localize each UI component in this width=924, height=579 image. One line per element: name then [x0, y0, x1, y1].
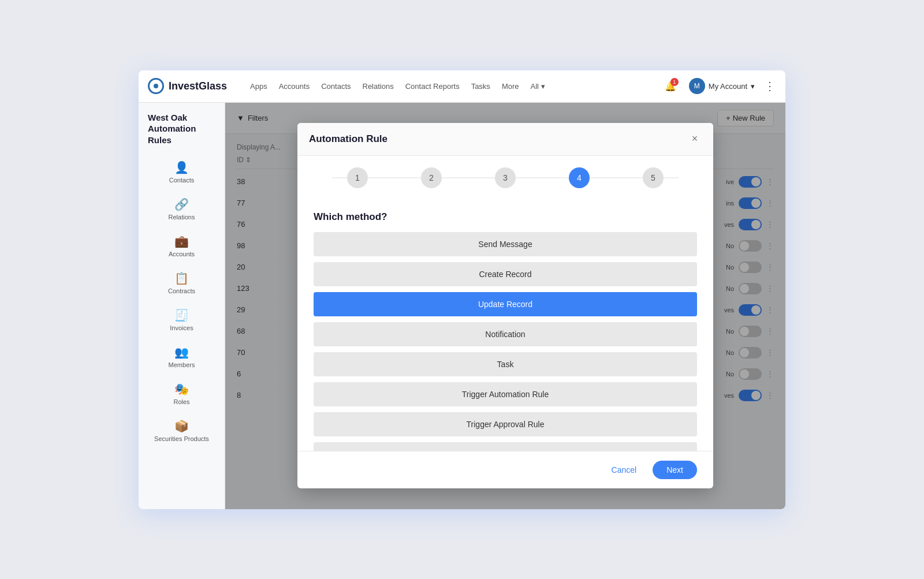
step-5[interactable]: 5 — [616, 167, 690, 188]
method-btn-notification[interactable]: Notification — [314, 322, 697, 346]
securities products-icon: 📦 — [174, 419, 189, 433]
sidebar-item-contacts[interactable]: 👤 Contacts — [139, 155, 225, 189]
nav-item-apps[interactable]: Apps — [250, 82, 267, 91]
sidebar-item-members[interactable]: 👥 Members — [139, 339, 225, 374]
logo-icon — [148, 78, 164, 94]
relations-label: Relations — [169, 214, 195, 221]
contacts-label: Contacts — [169, 177, 194, 184]
modal-overlay: Automation Rule × 1 2 3 4 5 Which method… — [225, 103, 785, 509]
step-circle-1: 1 — [347, 167, 368, 188]
accounts-icon: 💼 — [174, 234, 189, 248]
relations-icon: 🔗 — [174, 197, 189, 211]
members-label: Members — [169, 361, 195, 368]
chevron-down-icon: ▾ — [751, 82, 755, 91]
invoices-icon: 🧾 — [174, 308, 189, 322]
nav-right: 🔔 1 M My Account ▾ ⋮ — [661, 77, 776, 95]
account-label: My Account — [709, 82, 747, 91]
next-button[interactable]: Next — [653, 461, 697, 479]
cancel-button[interactable]: Cancel — [602, 461, 646, 479]
top-nav: InvestGlass AppsAccountsContactsRelation… — [139, 70, 785, 103]
step-circle-3: 3 — [495, 167, 516, 188]
members-icon: 👥 — [174, 345, 189, 359]
page-area: ▼ Filters + New Rule Displaying A... ID … — [225, 103, 785, 509]
method-btn-trigger-automation-rule[interactable]: Trigger Automation Rule — [314, 382, 697, 406]
sidebar-item-securities-products[interactable]: 📦 Securities Products — [139, 413, 225, 448]
method-btn-trigger-approval-rule[interactable]: Trigger Approval Rule — [314, 412, 697, 436]
sidebar-item-contracts[interactable]: 📋 Contracts — [139, 266, 225, 300]
sidebar-item-roles[interactable]: 🎭 Roles — [139, 376, 225, 411]
step-3[interactable]: 3 — [468, 167, 542, 188]
step-circle-4: 4 — [569, 167, 590, 188]
sidebar: West Oak Automation Rules 👤 Contacts 🔗 R… — [139, 103, 225, 509]
notification-badge: 1 — [670, 78, 679, 86]
contracts-icon: 📋 — [174, 271, 189, 285]
sidebar-item-relations[interactable]: 🔗 Relations — [139, 192, 225, 226]
step-1[interactable]: 1 — [321, 167, 394, 188]
nav-item-more[interactable]: More — [502, 82, 519, 91]
roles-icon: 🎭 — [174, 382, 189, 396]
nav-item-accounts[interactable]: Accounts — [279, 82, 310, 91]
step-4[interactable]: 4 — [542, 167, 616, 188]
logo-area: InvestGlass — [148, 78, 227, 94]
method-btn-task[interactable]: Task — [314, 352, 697, 376]
modal-footer: Cancel Next — [297, 451, 713, 488]
more-options-button[interactable]: ⋮ — [764, 79, 776, 93]
roles-label: Roles — [173, 398, 189, 405]
method-btn-update-record[interactable]: Update Record — [314, 292, 697, 316]
modal-header: Automation Rule × — [297, 123, 713, 156]
invoices-label: Invoices — [170, 324, 193, 331]
step-circle-5: 5 — [643, 167, 664, 188]
method-btn-create-folder[interactable]: Create Folder — [314, 442, 697, 451]
account-button[interactable]: M My Account ▾ — [689, 78, 755, 94]
modal-question: Which method? — [314, 211, 697, 223]
logo-text: InvestGlass — [169, 80, 227, 92]
avatar: M — [689, 78, 705, 94]
sidebar-item-accounts[interactable]: 💼 Accounts — [139, 229, 225, 263]
notification-button[interactable]: 🔔 1 — [661, 77, 680, 95]
contacts-icon: 👤 — [174, 160, 189, 174]
sidebar-title: West Oak Automation Rules — [148, 112, 215, 146]
contracts-label: Contracts — [168, 287, 195, 294]
modal-body: Which method? Send MessageCreate RecordU… — [297, 200, 713, 451]
stepper: 1 2 3 4 5 — [297, 156, 713, 200]
modal-title: Automation Rule — [309, 133, 388, 145]
sidebar-items: 👤 Contacts 🔗 Relations 💼 Accounts 📋 Cont… — [139, 155, 225, 448]
nav-item-contacts[interactable]: Contacts — [321, 82, 351, 91]
nav-item-tasks[interactable]: Tasks — [471, 82, 490, 91]
step-2[interactable]: 2 — [394, 167, 468, 188]
sidebar-header: West Oak Automation Rules — [139, 112, 225, 155]
accounts-label: Accounts — [169, 251, 195, 257]
step-circle-2: 2 — [421, 167, 442, 188]
method-btn-send-message[interactable]: Send Message — [314, 232, 697, 256]
nav-item-all-▾[interactable]: All ▾ — [531, 82, 545, 91]
securities products-label: Securities Products — [154, 435, 209, 442]
close-button[interactable]: × — [688, 132, 702, 146]
automation-rule-modal: Automation Rule × 1 2 3 4 5 Which method… — [297, 123, 713, 489]
nav-item-relations[interactable]: Relations — [363, 82, 394, 91]
method-btn-create-record[interactable]: Create Record — [314, 262, 697, 286]
sidebar-item-invoices[interactable]: 🧾 Invoices — [139, 302, 225, 337]
nav-item-contact-reports[interactable]: Contact Reports — [405, 82, 460, 91]
